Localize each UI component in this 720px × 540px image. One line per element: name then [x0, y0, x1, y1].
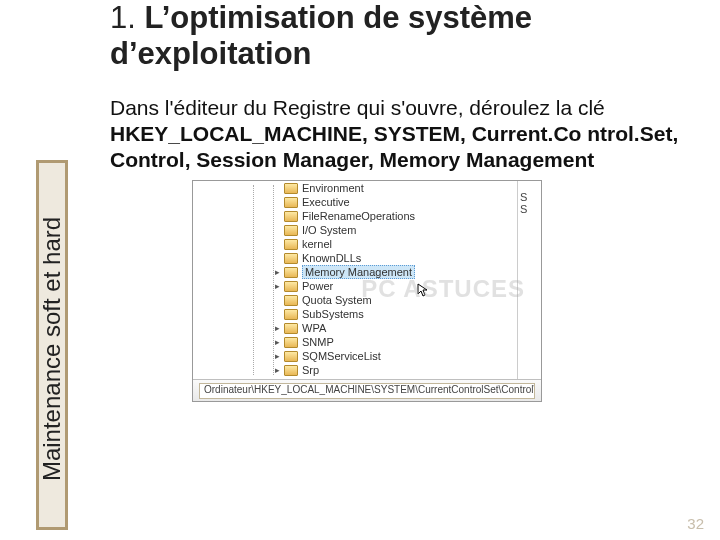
expand-icon[interactable]: ▸ — [273, 366, 282, 375]
sidebar: Maintenance soft et hard — [22, 0, 92, 540]
expand-icon[interactable]: ▸ — [273, 338, 282, 347]
tree-item[interactable]: ▸SNMP — [273, 335, 541, 349]
tree-item[interactable]: I/O System — [273, 223, 541, 237]
folder-icon — [284, 295, 298, 306]
leaf-icon — [273, 212, 282, 221]
tree-item[interactable]: FileRenameOperations — [273, 209, 541, 223]
folder-icon — [284, 267, 298, 278]
folder-icon — [284, 281, 298, 292]
tree-item[interactable]: ▸SQMServiceList — [273, 349, 541, 363]
instruction-paragraph: Dans l'éditeur du Registre qui s'ouvre, … — [110, 95, 708, 172]
instruction-path: HKEY_LOCAL_MACHINE, SYSTEM, Current.Co n… — [110, 122, 678, 171]
page-number: 32 — [687, 515, 704, 532]
folder-icon — [284, 253, 298, 264]
tree-item[interactable]: ▸WPA — [273, 321, 541, 335]
tree-item[interactable]: Executive — [273, 195, 541, 209]
tree-item-label: WPA — [302, 322, 326, 334]
tree-item[interactable]: SubSystems — [273, 307, 541, 321]
sidebar-label-wrap: Maintenance soft et hard — [36, 164, 68, 534]
tree-item[interactable]: ▸Srp — [273, 363, 541, 377]
tree-item-label: Executive — [302, 196, 350, 208]
expand-icon[interactable]: ▸ — [273, 282, 282, 291]
title-number: 1. — [110, 0, 144, 35]
expand-icon[interactable]: ▸ — [273, 324, 282, 333]
col-hint: S — [520, 191, 541, 203]
tree-item[interactable]: kernel — [273, 237, 541, 251]
registry-tree[interactable]: EnvironmentExecutiveFileRenameOperations… — [193, 181, 541, 379]
folder-icon — [284, 183, 298, 194]
folder-icon — [284, 309, 298, 320]
col-hint: S — [520, 203, 541, 215]
leaf-icon — [273, 198, 282, 207]
address-field[interactable]: Ordinateur\HKEY_LOCAL_MACHINE\SYSTEM\Cur… — [199, 383, 535, 399]
tree-guide-line — [273, 185, 274, 375]
tree-item-label: kernel — [302, 238, 332, 250]
folder-icon — [284, 323, 298, 334]
folder-icon — [284, 211, 298, 222]
instruction-intro: Dans l'éditeur du Registre qui s'ouvre, … — [110, 96, 605, 119]
address-bar: Ordinateur\HKEY_LOCAL_MACHINE\SYSTEM\Cur… — [193, 379, 541, 401]
tree-item-label: Power — [302, 280, 333, 292]
registry-editor: EnvironmentExecutiveFileRenameOperations… — [192, 180, 542, 402]
expand-icon[interactable]: ▸ — [273, 352, 282, 361]
tree-item-label: I/O System — [302, 224, 356, 236]
tree-item-label: FileRenameOperations — [302, 210, 415, 222]
tree-item-label: SQMServiceList — [302, 350, 381, 362]
folder-icon — [284, 351, 298, 362]
leaf-icon — [273, 296, 282, 305]
leaf-icon — [273, 226, 282, 235]
registry-right-column: S S — [517, 181, 541, 379]
cursor-icon — [417, 283, 429, 297]
tree-item-label: Memory Management — [302, 265, 415, 279]
folder-icon — [284, 337, 298, 348]
sidebar-label: Maintenance soft et hard — [38, 217, 66, 481]
tree-item-label: SNMP — [302, 336, 334, 348]
expand-icon[interactable]: ▸ — [273, 268, 282, 277]
leaf-icon — [273, 310, 282, 319]
folder-icon — [284, 239, 298, 250]
leaf-icon — [273, 184, 282, 193]
tree-item-label: Srp — [302, 364, 319, 376]
title-text: L’optimisation de système d’exploitation — [110, 0, 532, 71]
tree-item-label: Environment — [302, 182, 364, 194]
tree-item-label: SubSystems — [302, 308, 364, 320]
tree-item[interactable]: Quota System — [273, 293, 541, 307]
tree-item[interactable]: KnownDLLs — [273, 251, 541, 265]
leaf-icon — [273, 240, 282, 249]
leaf-icon — [273, 254, 282, 263]
tree-item[interactable]: ▸Memory Management — [273, 265, 541, 279]
page-title: 1. L’optimisation de système d’exploitat… — [110, 0, 708, 71]
tree-guide-line — [253, 185, 254, 375]
tree-item-label: KnownDLLs — [302, 252, 361, 264]
tree-item[interactable]: Environment — [273, 181, 541, 195]
folder-icon — [284, 225, 298, 236]
tree-item[interactable]: ▸Power — [273, 279, 541, 293]
tree-item-label: Quota System — [302, 294, 372, 306]
folder-icon — [284, 197, 298, 208]
folder-icon — [284, 365, 298, 376]
